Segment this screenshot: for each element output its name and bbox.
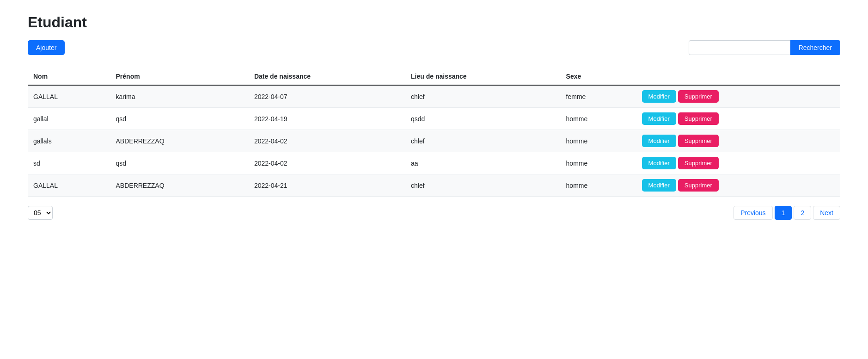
- cell-lieu_naissance: qsdd: [405, 108, 561, 130]
- cell-lieu_naissance: chlef: [405, 130, 561, 152]
- col-actions: [636, 68, 840, 85]
- table-row: gallalqsd2022-04-19qsddhommeModifierSupp…: [28, 108, 840, 130]
- cell-prenom: karima: [110, 85, 249, 108]
- cell-sexe: homme: [561, 130, 636, 152]
- col-nom: Nom: [28, 68, 110, 85]
- students-table: Nom Prénom Date de naissance Lieu de nai…: [28, 68, 840, 197]
- table-row: GALLALABDERREZZAQ2022-04-21chlefhommeMod…: [28, 174, 840, 197]
- table-header-row: Nom Prénom Date de naissance Lieu de nai…: [28, 68, 840, 85]
- modifier-button[interactable]: Modifier: [642, 90, 676, 103]
- col-prenom: Prénom: [110, 68, 249, 85]
- modifier-button[interactable]: Modifier: [642, 112, 676, 125]
- cell-prenom: qsd: [110, 152, 249, 174]
- page-2-button[interactable]: 2: [794, 206, 811, 220]
- cell-date_naissance: 2022-04-02: [249, 130, 405, 152]
- cell-date_naissance: 2022-04-21: [249, 174, 405, 197]
- cell-date_naissance: 2022-04-07: [249, 85, 405, 108]
- toolbar: Ajouter Rechercher: [28, 40, 840, 55]
- search-area: Rechercher: [689, 40, 840, 55]
- cell-actions: ModifierSupprimer: [636, 152, 840, 174]
- cell-lieu_naissance: aa: [405, 152, 561, 174]
- modifier-button[interactable]: Modifier: [642, 135, 676, 147]
- supprimer-button[interactable]: Supprimer: [678, 135, 719, 147]
- cell-nom: GALLAL: [28, 174, 110, 197]
- supprimer-button[interactable]: Supprimer: [678, 90, 719, 103]
- cell-sexe: homme: [561, 108, 636, 130]
- cell-nom: gallal: [28, 108, 110, 130]
- cell-sexe: homme: [561, 152, 636, 174]
- table-row: gallalsABDERREZZAQ2022-04-02chlefhommeMo…: [28, 130, 840, 152]
- cell-prenom: ABDERREZZAQ: [110, 130, 249, 152]
- cell-sexe: femme: [561, 85, 636, 108]
- page-container: Etudiant Ajouter Rechercher Nom Prénom D…: [0, 0, 868, 234]
- supprimer-button[interactable]: Supprimer: [678, 179, 719, 192]
- cell-nom: sd: [28, 152, 110, 174]
- cell-nom: gallals: [28, 130, 110, 152]
- cell-prenom: ABDERREZZAQ: [110, 174, 249, 197]
- cell-lieu_naissance: chlef: [405, 85, 561, 108]
- per-page-select[interactable]: 05 10 25: [28, 206, 53, 220]
- cell-actions: ModifierSupprimer: [636, 85, 840, 108]
- col-lieu-naissance: Lieu de naissance: [405, 68, 561, 85]
- cell-date_naissance: 2022-04-19: [249, 108, 405, 130]
- cell-nom: GALLAL: [28, 85, 110, 108]
- table-row: GALLALkarima2022-04-07chleffemmeModifier…: [28, 85, 840, 108]
- table-body: GALLALkarima2022-04-07chleffemmeModifier…: [28, 85, 840, 197]
- search-input[interactable]: [689, 40, 790, 55]
- cell-actions: ModifierSupprimer: [636, 174, 840, 197]
- cell-actions: ModifierSupprimer: [636, 108, 840, 130]
- next-button[interactable]: Next: [813, 206, 840, 220]
- cell-actions: ModifierSupprimer: [636, 130, 840, 152]
- supprimer-button[interactable]: Supprimer: [678, 112, 719, 125]
- cell-date_naissance: 2022-04-02: [249, 152, 405, 174]
- search-button[interactable]: Rechercher: [790, 40, 840, 55]
- modifier-button[interactable]: Modifier: [642, 157, 676, 169]
- table-row: sdqsd2022-04-02aahommeModifierSupprimer: [28, 152, 840, 174]
- page-title: Etudiant: [28, 14, 840, 31]
- col-date-naissance: Date de naissance: [249, 68, 405, 85]
- previous-button[interactable]: Previous: [734, 206, 772, 220]
- add-button[interactable]: Ajouter: [28, 40, 65, 55]
- cell-lieu_naissance: chlef: [405, 174, 561, 197]
- supprimer-button[interactable]: Supprimer: [678, 157, 719, 169]
- col-sexe: Sexe: [561, 68, 636, 85]
- cell-sexe: homme: [561, 174, 636, 197]
- footer-bar: 05 10 25 Previous 1 2 Next: [28, 206, 840, 220]
- cell-prenom: qsd: [110, 108, 249, 130]
- pagination: Previous 1 2 Next: [734, 206, 840, 220]
- page-1-button[interactable]: 1: [775, 206, 792, 220]
- modifier-button[interactable]: Modifier: [642, 179, 676, 192]
